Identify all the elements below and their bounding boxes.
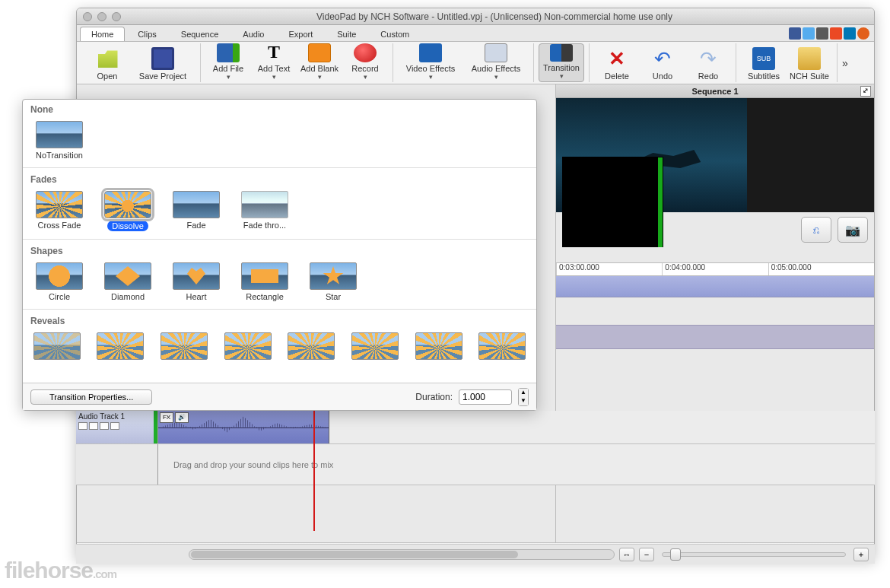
window-title: VideoPad by NCH Software - Untitled.vpj …: [121, 11, 868, 22]
transition-item-fade[interactable]: Fade: [169, 191, 224, 231]
transition-item-reveal-1[interactable]: [32, 332, 82, 362]
toolbox-icon: [798, 47, 821, 70]
video-track-2[interactable]: [556, 325, 874, 349]
fx-icon[interactable]: [110, 422, 119, 430]
tab-export[interactable]: Export: [277, 27, 324, 41]
zoom-in-button[interactable]: +: [853, 548, 869, 561]
add-blank-button[interactable]: Add Blank▾: [297, 43, 342, 82]
transition-item-reveal-6[interactable]: [350, 332, 400, 362]
transition-properties-button[interactable]: Transition Properties...: [30, 389, 152, 405]
facebook-icon[interactable]: [789, 27, 801, 40]
traffic-lights[interactable]: [83, 12, 121, 21]
audio-track-header[interactable]: Audio Track 1: [76, 411, 158, 443]
expand-preview-button[interactable]: ⤢: [860, 86, 871, 97]
transition-item-reveal-4[interactable]: [223, 332, 273, 362]
delete-button[interactable]: ✕Delete: [594, 43, 640, 82]
transition-item-rectangle[interactable]: Rectangle: [237, 262, 292, 301]
transition-item-crossfade[interactable]: Cross Fade: [32, 191, 87, 231]
redo-button[interactable]: ↷Redo: [685, 43, 731, 82]
transition-item-reveal-2[interactable]: [96, 332, 146, 362]
transition-item-reveal-5[interactable]: [287, 332, 337, 362]
nch-suite-button[interactable]: NCH Suite: [787, 43, 832, 82]
tab-clips[interactable]: Clips: [126, 27, 167, 41]
timeline-zoom-bar: ↔ − +: [76, 544, 875, 564]
transition-button[interactable]: Transition▾: [539, 43, 584, 82]
duration-input[interactable]: [459, 389, 512, 405]
toolbar-overflow-button[interactable]: »: [838, 43, 853, 82]
audio-effects-button[interactable]: Audio Effects▾: [463, 43, 529, 82]
audio-track-2-header[interactable]: [76, 444, 158, 485]
preview-controls: -42-36-30-24-18-12-60 ⎌ 📷: [556, 212, 874, 247]
fit-button[interactable]: ↔: [619, 548, 634, 561]
tab-sequence[interactable]: Sequence: [170, 27, 230, 41]
transition-icon: [550, 44, 573, 62]
minimize-icon[interactable]: [97, 12, 106, 21]
transition-popup: None NoTransition Fades Cross Fade Disso…: [22, 99, 537, 411]
twitter-icon[interactable]: [803, 27, 815, 40]
save-project-button[interactable]: Save Project: [130, 43, 195, 82]
titlebar: VideoPad by NCH Software - Untitled.vpj …: [77, 8, 874, 25]
section-fades: Fades: [23, 170, 536, 188]
timeline-ruler[interactable]: 0:03:00.000 0:04:00.000 0:05:00.000: [556, 262, 874, 276]
transition-item-fadethrough[interactable]: Fade thro...: [237, 191, 292, 231]
blank-plus-icon: [308, 43, 331, 62]
section-reveals: Reveals: [23, 311, 536, 329]
redo-icon: ↷: [697, 47, 720, 70]
duration-stepper[interactable]: ▲▼: [518, 388, 529, 406]
undo-icon: ↶: [651, 47, 674, 70]
help-icon[interactable]: [857, 27, 869, 40]
close-icon[interactable]: [83, 12, 92, 21]
transition-item-circle[interactable]: Circle: [32, 262, 87, 301]
undo-button[interactable]: ↶Undo: [640, 43, 685, 82]
stepper-down-icon[interactable]: ▼: [519, 397, 528, 405]
duration-label: Duration:: [415, 392, 453, 402]
subtitles-button[interactable]: SUBSubtitles: [741, 43, 787, 82]
add-file-button[interactable]: Add File▾: [205, 43, 251, 82]
preview-header: Sequence 1 ⤢: [556, 84, 874, 98]
transition-item-notransition[interactable]: NoTransition: [32, 121, 87, 160]
transition-item-heart[interactable]: Heart: [169, 262, 224, 301]
tab-home[interactable]: Home: [80, 27, 125, 41]
add-text-button[interactable]: TAdd Text▾: [251, 43, 297, 82]
stepper-up-icon[interactable]: ▲: [519, 389, 528, 397]
ribbon-tabs: Home Clips Sequence Audio Export Suite C…: [77, 25, 874, 42]
zoom-slider[interactable]: [662, 552, 846, 557]
preview-title: Sequence 1: [691, 87, 738, 96]
lock-icon[interactable]: [100, 422, 109, 430]
open-button[interactable]: Open: [84, 43, 130, 82]
video-effects-button[interactable]: Video Effects▾: [398, 43, 463, 82]
tab-custom[interactable]: Custom: [369, 27, 421, 41]
audio-track-2-hint[interactable]: Drag and drop your sound clips here to m…: [158, 444, 875, 485]
video-track-1[interactable]: [556, 276, 874, 297]
timeline-scrollbar[interactable]: [189, 549, 615, 560]
google-icon[interactable]: [816, 27, 828, 40]
record-button[interactable]: Record▾: [342, 43, 388, 82]
playhead[interactable]: [313, 406, 315, 531]
transition-item-reveal-7[interactable]: [414, 332, 464, 362]
section-none: None: [23, 100, 536, 118]
folder-open-icon: [96, 47, 119, 70]
zoom-icon[interactable]: [112, 12, 121, 21]
split-clip-button[interactable]: ⎌: [801, 217, 831, 243]
mute-icon[interactable]: [78, 422, 87, 430]
zoom-out-button[interactable]: −: [639, 548, 654, 561]
transition-item-diamond[interactable]: Diamond: [100, 262, 155, 301]
transition-item-reveal-3[interactable]: [159, 332, 209, 362]
transition-item-dissolve[interactable]: Dissolve: [100, 191, 155, 231]
tab-audio[interactable]: Audio: [231, 27, 275, 41]
section-shapes: Shapes: [23, 241, 536, 259]
solo-icon[interactable]: [89, 422, 98, 430]
clip-fx-badge[interactable]: FX: [160, 412, 173, 423]
tab-suite[interactable]: Suite: [326, 27, 367, 41]
linkedin-icon[interactable]: [844, 27, 856, 40]
audio-clip[interactable]: FX🔊: [158, 411, 329, 443]
delete-x-icon: ✕: [606, 47, 628, 70]
audio-drop-area[interactable]: [329, 411, 875, 443]
timeline-area: 0:03:00.000 0:04:00.000 0:05:00.000: [556, 247, 874, 542]
stumbleupon-icon[interactable]: [830, 27, 842, 40]
transition-item-star[interactable]: Star: [306, 262, 361, 301]
audio-fx-icon: [485, 43, 507, 62]
clip-speaker-icon[interactable]: 🔊: [175, 412, 189, 423]
transition-item-reveal-8[interactable]: [477, 332, 527, 362]
snapshot-button[interactable]: 📷: [838, 217, 868, 243]
